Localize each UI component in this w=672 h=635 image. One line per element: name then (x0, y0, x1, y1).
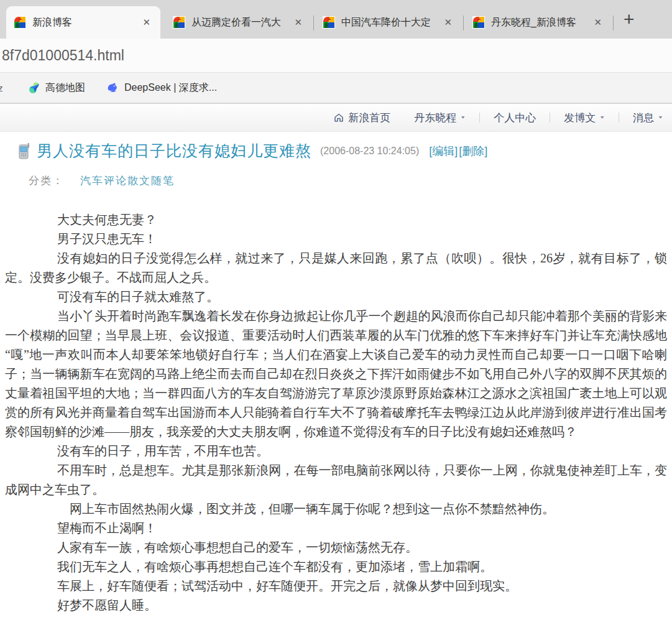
post-paragraph: 网上车市固然热闹火爆，图文并茂，但哪一辆车属于你呢？想到这一点你不禁黯然神伤。 (5, 499, 667, 519)
post-paragraph: 没有媳妇的日子没觉得怎么样，就过来了，只是媒人来回跑，累了点（吹呗）。很快，26… (5, 249, 667, 287)
tab-title: 丹东晓程_新浪博客 (491, 16, 590, 29)
nav-user-menu[interactable]: 丹东晓程 ▼ (414, 111, 466, 125)
bookmark-amap[interactable]: 高德地图 (28, 81, 85, 95)
bookmark-partial-label[interactable]: z (0, 83, 7, 93)
nav-personal-center[interactable]: 个人中心 (494, 111, 536, 125)
post-title-row: 男人没有车的日子比没有媳妇儿更难熬 (2006-08-23 10:24:05) … (5, 132, 667, 161)
post-paragraph: 大丈夫何患无妻？ (5, 210, 667, 229)
post-paragraph: 我们无车之人，有啥烦心事再想想自己连个车都没有，更加添堵，雪上加霜啊。 (5, 557, 667, 577)
tab-close-icon[interactable]: ✕ (590, 16, 605, 29)
sina-site-nav: 新浪首页 丹东晓程 ▼ 个人中心 发博文 ▼ 消息 ▼ (0, 103, 672, 132)
nav-label: 消息 (633, 111, 654, 125)
tab-divider (313, 16, 314, 30)
bookmarks-bar: z 高德地图 DeepSeek | 深度求... (0, 73, 672, 103)
post-paragraph: 好梦不愿留人睡。 (5, 596, 667, 615)
nav-post-blog[interactable]: 发博文 ▼ (564, 111, 605, 125)
mobile-phone-icon (19, 142, 30, 160)
tab-maiteng-article[interactable]: 从迈腾定价看一汽大 ✕ (165, 6, 312, 39)
new-tab-button[interactable]: + (624, 10, 635, 29)
post-paragraph: 男子汉只患无车！ (5, 229, 667, 249)
post-paragraph: 没有车的日子，用车苦，不用车也苦。 (5, 442, 667, 461)
tab-title: 从迈腾定价看一汽大 (191, 16, 290, 29)
address-bar-url[interactable]: 8f7d01000514.html (2, 47, 124, 64)
post-paragraph: 当小丫头开着时尚跑车飘逸着长发在你身边掀起让你几乎一个趔趄的风浪而你自己却只能冲… (5, 307, 667, 442)
tab-divider (613, 16, 614, 30)
browser-tab-bar: 新浪博客 ✕ 从迈腾定价看一汽大 ✕ 中国汽车降价十大定 ✕ (0, 0, 672, 39)
nav-separator (550, 113, 550, 123)
nav-separator (619, 113, 619, 123)
post-paragraph: 可没有车的日子就太难熬了。 (5, 287, 667, 307)
post-paragraph: 望梅而不止渴啊！ (5, 519, 667, 538)
category-label: 分类： (29, 174, 64, 188)
tab-china-car-price[interactable]: 中国汽车降价十大定 ✕ (315, 6, 462, 39)
post-body: 大丈夫何患无妻？ 男子汉只患无车！ 没有媳妇的日子没觉得怎么样，就过来了，只是媒… (5, 210, 667, 615)
post-paragraph: 不用车时，总是想车。尤其是那张新浪网，在每一部电脑前张网以待，只要你一上网，你就… (5, 461, 667, 499)
nav-messages[interactable]: 消息 ▼ (633, 111, 663, 125)
sina-favicon-icon (472, 16, 485, 29)
tab-title: 新浪博客 (32, 16, 139, 29)
tab-title: 中国汽车降价十大定 (341, 16, 440, 29)
chevron-down-icon: ▼ (658, 115, 663, 120)
post-title: 男人没有车的日子比没有媳妇儿更难熬 (37, 141, 311, 161)
bookmark-label: DeepSeek | 深度求... (124, 81, 217, 95)
nav-label: 个人中心 (494, 111, 536, 125)
home-icon (334, 113, 344, 123)
nav-label: 新浪首页 (348, 111, 390, 125)
tab-close-icon[interactable]: ✕ (139, 16, 154, 29)
nav-sina-home[interactable]: 新浪首页 (334, 111, 390, 125)
amap-icon (28, 81, 40, 94)
nav-label: 发博文 (564, 111, 596, 125)
tab-divider (463, 16, 464, 30)
bookmark-label: 高德地图 (45, 81, 85, 95)
post-paragraph: 车展上，好车随便看；试驾活动中，好车随便开。开完之后，就像从梦中回到现实。 (5, 577, 667, 596)
post-paragraph: 人家有车一族，有啥烦心事想想自己的爱车，一切烦恼荡然无存。 (5, 538, 667, 557)
post-category-row: 分类： 汽车评论散文随笔 (29, 174, 667, 188)
chevron-down-icon: ▼ (599, 115, 605, 120)
nav-label: 丹东晓程 (414, 111, 456, 125)
sina-favicon-icon (173, 16, 185, 29)
edit-post-link[interactable]: [编辑] (429, 144, 458, 159)
chevron-down-icon: ▼ (460, 115, 466, 120)
sina-favicon-icon (323, 16, 335, 29)
bookmark-deepseek[interactable]: DeepSeek | 深度求... (106, 81, 217, 95)
browser-toolbar: 8f7d01000514.html (0, 39, 672, 73)
deepseek-whale-icon (106, 81, 119, 95)
tab-sina-blog[interactable]: 新浪博客 ✕ (6, 6, 160, 39)
nav-separator (479, 113, 480, 123)
category-link[interactable]: 汽车评论散文随笔 (80, 174, 175, 188)
tab-close-icon[interactable]: ✕ (290, 16, 306, 29)
delete-post-link[interactable]: [删除] (459, 144, 487, 159)
blog-post-content: 男人没有车的日子比没有媳妇儿更难熬 (2006-08-23 10:24:05) … (0, 132, 672, 615)
sina-favicon-icon (14, 16, 26, 29)
tab-dandong-xiaocheng[interactable]: 丹东晓程_新浪博客 ✕ (465, 6, 612, 39)
tab-close-icon[interactable]: ✕ (440, 16, 456, 29)
post-timestamp: (2006-08-23 10:24:05) (320, 146, 419, 157)
